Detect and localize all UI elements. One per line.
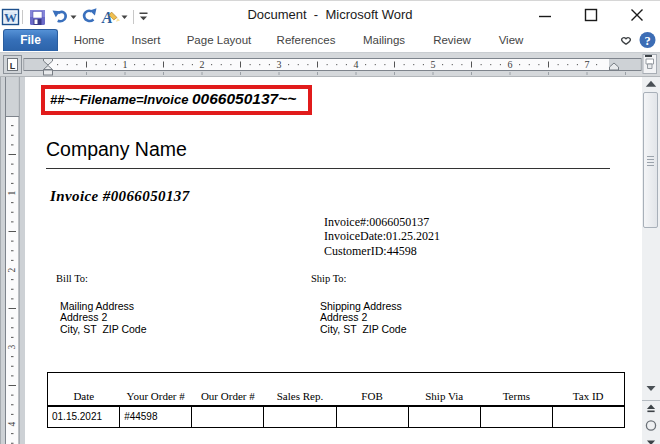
bill-address: Mailing AddressAddress 2City, ST ZIP Cod…: [60, 301, 147, 336]
document-area: 1234 ##~~Filename=Invoice 0066050137~~ C…: [0, 77, 660, 444]
ribbon-tabs: File Home Insert Page Layout References …: [0, 28, 660, 53]
btn-close[interactable]: [622, 1, 652, 29]
btn-max[interactable]: [576, 1, 606, 29]
v-ruler: 1234: [0, 77, 25, 444]
svg-text:7: 7: [585, 59, 590, 70]
ship-address: Shipping AddressAddress 2City, ST ZIP Co…: [320, 301, 407, 336]
scrollbar: [642, 77, 660, 444]
svg-text:4: 4: [354, 59, 359, 70]
svg-text:1: 1: [123, 59, 128, 70]
app-title: Document - Microsoft Word: [0, 7, 660, 22]
title-bar: W: [0, 0, 660, 28]
tab-view[interactable]: View: [490, 28, 532, 52]
svg-text:3: 3: [7, 344, 17, 349]
rule: [46, 168, 610, 169]
scroll-thumb: [643, 92, 658, 228]
tab-insert[interactable]: Insert: [124, 28, 168, 52]
ruler-band: L 1234567: [0, 53, 660, 77]
tab-references[interactable]: References: [270, 28, 342, 52]
invoice-heading: Invoice #0066050137: [50, 188, 190, 205]
tab-mailings[interactable]: Mailings: [354, 28, 414, 52]
svg-text:3: 3: [277, 59, 282, 70]
file-tab[interactable]: File: [3, 29, 58, 51]
bill-to: Bill To:: [56, 273, 88, 284]
svg-text:5: 5: [431, 59, 436, 70]
tabrow-right-icons: ?: [615, 31, 657, 49]
svg-text:4: 4: [7, 421, 17, 426]
split-handle: [645, 55, 652, 57]
word-window: W: [0, 0, 660, 444]
invoice-table: DateYour Order #Our Order #Sales Rep.FOB…: [47, 372, 625, 428]
svg-text:?: ?: [644, 34, 650, 48]
tab-home[interactable]: Home: [66, 28, 112, 52]
btn-min[interactable]: [530, 1, 560, 29]
tab-review[interactable]: Review: [426, 28, 478, 52]
svg-text:L: L: [10, 61, 16, 71]
ship-to: Ship To:: [311, 273, 347, 284]
tab-pagelayout[interactable]: Page Layout: [180, 28, 258, 52]
company-name: Company Name: [46, 138, 187, 161]
svg-text:6: 6: [508, 59, 513, 70]
page: ##~~Filename=Invoice 0066050137~~ Compan…: [25, 77, 642, 444]
invoice-info: Invoice#:0066050137InvoiceDate:01.25.202…: [324, 215, 440, 259]
svg-text:2: 2: [200, 59, 205, 70]
filename-tag: ##~~Filename=Invoice 0066050137~~: [41, 85, 312, 115]
svg-text:1: 1: [7, 190, 17, 195]
svg-text:2: 2: [7, 267, 17, 272]
